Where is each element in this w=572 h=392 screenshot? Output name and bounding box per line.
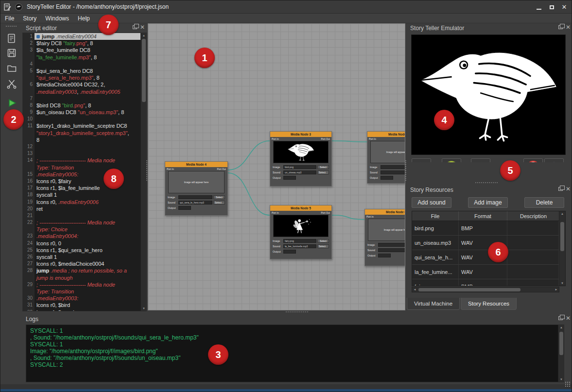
code-text: lcons r0, $fairy [35, 178, 146, 185]
node-preview: Image will appear here [370, 141, 405, 163]
menu-item-windows[interactable]: Windows [41, 14, 73, 23]
scrollbar-thumb[interactable] [559, 332, 563, 355]
resources-titlebar[interactable]: Story Resources ✕ [407, 185, 572, 194]
maximize-button[interactable] [545, 2, 558, 12]
node-connection [332, 141, 367, 142]
media-node[interactable]: Media Node 5Port InPort Out Imagefairy.p… [270, 205, 332, 259]
scrollbar-thumb[interactable] [418, 288, 520, 291]
image-combo[interactable]: bird.png [283, 165, 316, 169]
script-editor-titlebar[interactable]: Script editor ✕ [22, 23, 147, 33]
image-combo[interactable]: fairy.png [283, 239, 316, 243]
column-header-format[interactable]: Format [459, 211, 507, 221]
cell-file: la_fee_lumine... [412, 265, 459, 279]
node-title: Media Node 6 [365, 209, 405, 215]
table-row[interactable]: fairy.pngBMP [412, 279, 559, 286]
new-script-button[interactable] [4, 31, 19, 46]
image-label: Image [370, 166, 380, 169]
scroll-down-icon[interactable]: ▼ [558, 377, 564, 382]
emulator-titlebar[interactable]: Story Teller Emulator ✕ [407, 23, 572, 33]
table-row[interactable]: qui_sera_le_h...WAV [412, 250, 559, 265]
sound-select-button[interactable]: Select... [213, 201, 225, 205]
open-button[interactable] [4, 61, 19, 75]
media-node[interactable]: Media Node 3Port InPort Out Imagebird.pn… [270, 131, 332, 187]
tab-virtual-machine[interactable]: Virtual Machine [407, 298, 460, 310]
media-node[interactable]: Media Node 2Port InPort OutImage will ap… [367, 131, 405, 184]
table-scrollbar[interactable]: ▲ ▼ [559, 211, 565, 286]
image-select-button[interactable]: Select [317, 165, 329, 169]
node-canvas[interactable]: Media Node 4Port InPort OutImage will ap… [148, 23, 405, 310]
media-node[interactable]: Media Node 4Port InPort OutImage will ap… [165, 161, 228, 216]
scroll-up-icon[interactable]: ▲ [559, 211, 565, 216]
float-icon[interactable] [558, 187, 563, 191]
delete-button[interactable]: Delete [524, 197, 564, 208]
add-sound-button[interactable]: Add sound [412, 197, 451, 208]
scroll-up-icon[interactable]: ▲ [558, 325, 564, 330]
resize-grip[interactable] [565, 381, 571, 388]
sound-combo[interactable] [378, 248, 405, 252]
sound-combo[interactable]: un_oiseau.mp3 [283, 170, 316, 174]
scrollbar-thumb[interactable] [560, 222, 564, 251]
scroll-down-icon[interactable]: ▼ [141, 306, 147, 311]
splitter-handle[interactable] [146, 160, 148, 181]
float-icon[interactable] [558, 25, 563, 29]
close-icon[interactable]: ✕ [566, 187, 571, 191]
sound-select-button[interactable]: Select... [317, 170, 329, 174]
logs-scrollbar[interactable]: ▲ ▼ [558, 325, 564, 382]
output-spinner[interactable] [178, 206, 191, 210]
column-header-description[interactable]: Description [507, 211, 560, 221]
close-icon[interactable]: ✕ [566, 25, 571, 30]
code-text: $la_fee_luminelle DC8 [35, 47, 146, 53]
add-image-button[interactable]: Add image [468, 197, 508, 208]
scroll-right-icon[interactable]: ► [554, 287, 559, 292]
save-button[interactable] [4, 46, 19, 60]
splitter-handle[interactable] [475, 182, 498, 184]
logs-output: SYSCALL: 1, Sound: "/home/anthony/ostpro… [26, 324, 564, 382]
table-hscrollbar[interactable]: ◄ ► [412, 287, 559, 292]
output-spinner[interactable] [283, 250, 296, 254]
menu-item-help[interactable]: Help [73, 14, 94, 23]
splitter-handle[interactable] [405, 160, 407, 181]
sound-combo[interactable]: qui_sera_le_hero.mp3 [178, 201, 212, 205]
menu-item-story[interactable]: Story [18, 14, 41, 23]
run-button[interactable] [4, 96, 19, 110]
menu-item-file[interactable]: File [0, 14, 18, 23]
image-select-button[interactable]: Select [317, 239, 329, 243]
float-icon[interactable] [133, 25, 137, 29]
close-icon[interactable]: ✕ [566, 316, 571, 321]
sound-combo[interactable] [381, 170, 405, 174]
table-row[interactable]: la_fee_lumine...WAV [412, 265, 559, 279]
image-combo[interactable] [378, 243, 405, 247]
image-combo[interactable] [381, 165, 405, 169]
sound-select-button[interactable]: Select... [317, 244, 329, 248]
table-row[interactable]: un_oiseau.mp3WAV [412, 236, 559, 250]
window-title: StoryTeller Editor - /home/anthony/ostpr… [27, 3, 169, 10]
output-spinner[interactable] [378, 254, 391, 257]
table-row[interactable]: bird.pngBMP [412, 221, 559, 236]
close-icon[interactable]: ✕ [140, 25, 145, 30]
splitter-handle[interactable] [285, 311, 309, 313]
scroll-down-icon[interactable]: ▼ [559, 281, 565, 286]
toolbar-grip[interactable] [5, 25, 17, 28]
minimize-button[interactable] [533, 2, 545, 12]
port-out-label: Port Out [321, 211, 330, 214]
image-select-button[interactable]: Select [213, 195, 225, 199]
float-icon[interactable] [558, 316, 563, 320]
line-number: 29 [23, 281, 35, 288]
column-header-file[interactable]: File [412, 211, 459, 221]
sound-combo[interactable]: la_fee_luminelle.mp3 [283, 244, 316, 248]
cut-button[interactable] [4, 76, 19, 91]
port-in-label: Port In [272, 137, 279, 140]
tab-story-resources[interactable]: Story Resources [461, 298, 517, 310]
scroll-up-icon[interactable]: ▲ [141, 33, 147, 38]
close-button[interactable]: ✕ [558, 2, 571, 12]
image-combo[interactable] [178, 195, 212, 199]
media-node[interactable]: Media Node 6Port InPort OutImage will ap… [364, 209, 405, 266]
code-text [35, 150, 146, 157]
output-spinner[interactable] [381, 176, 393, 180]
script-editor[interactable]: 1jump .mediaEntry00042$fairy DC8 "fairy.… [22, 33, 147, 311]
output-spinner[interactable] [283, 176, 296, 180]
scrollbar-thumb[interactable] [142, 39, 146, 102]
scroll-left-icon[interactable]: ◄ [412, 287, 417, 292]
title-bar[interactable]: StoryTeller Editor - /home/anthony/ostpr… [0, 0, 572, 14]
logs-titlebar[interactable]: Logs ✕ [22, 314, 572, 324]
